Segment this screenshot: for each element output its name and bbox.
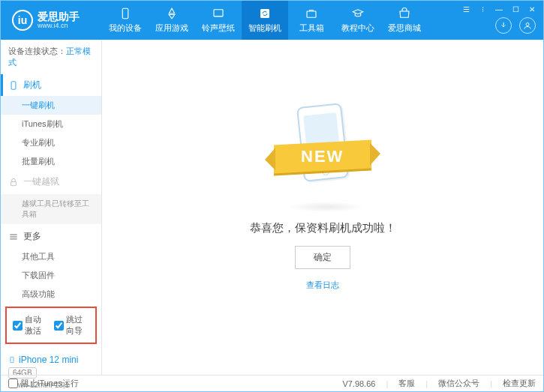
titlebar: iu 爱思助手 www.i4.cn 我的设备 应用游戏 铃声壁纸 智能刷机 工具… <box>1 1 543 40</box>
update-link[interactable]: 检查更新 <box>503 378 536 389</box>
new-badge: NEW <box>301 147 344 166</box>
main-content: NEW 恭喜您，保资料刷机成功啦！ 确定 查看日志 <box>102 40 543 375</box>
statusbar: 阻止iTunes运行 V7.98.66 | 客服 | 微信公众号 | 检查更新 <box>1 375 543 391</box>
success-message: 恭喜您，保资料刷机成功啦！ <box>250 221 396 235</box>
sidebar-section-jailbreak: 一键越狱 <box>1 171 101 193</box>
sidebar-item-download-firmware[interactable]: 下载固件 <box>1 266 101 285</box>
nav-apps-games[interactable]: 应用游戏 <box>149 1 195 40</box>
phone-icon <box>119 7 132 20</box>
sidebar-item-itunes-flash[interactable]: iTunes刷机 <box>1 115 101 133</box>
sidebar-item-batch-flash[interactable]: 批量刷机 <box>1 152 101 171</box>
sidebar: 设备连接状态：正常模式 刷机 一键刷机 iTunes刷机 专业刷机 批量刷机 一… <box>1 40 102 375</box>
version-label: V7.98.66 <box>342 379 375 388</box>
svg-rect-1 <box>214 10 223 16</box>
sidebar-section-more[interactable]: 更多 <box>1 226 101 247</box>
app-title: 爱思助手 <box>38 11 80 22</box>
nav-store[interactable]: 爱思商城 <box>381 1 428 40</box>
window-controls: ☰ ⁝ — ☐ ✕ <box>461 5 537 13</box>
apps-icon <box>165 7 179 20</box>
app-subtitle: www.i4.cn <box>38 22 80 30</box>
nav-tutorials[interactable]: 教程中心 <box>335 1 381 40</box>
view-log-link[interactable]: 查看日志 <box>306 280 339 291</box>
connection-status: 设备连接状态：正常模式 <box>1 40 101 74</box>
checkbox-auto-activate[interactable]: 自动激活 <box>13 314 48 337</box>
svg-rect-7 <box>11 357 14 363</box>
sidebar-item-oneclick-flash[interactable]: 一键刷机 <box>1 96 101 115</box>
toolbox-icon <box>305 7 318 20</box>
sidebar-item-advanced[interactable]: 高级功能 <box>1 285 101 304</box>
lock-icon[interactable]: ⁝ <box>477 5 488 13</box>
nav-smart-flash[interactable]: 智能刷机 <box>242 1 288 40</box>
sidebar-item-pro-flash[interactable]: 专业刷机 <box>1 133 101 152</box>
sidebar-item-other-tools[interactable]: 其他工具 <box>1 247 101 266</box>
svg-rect-2 <box>260 9 269 18</box>
logo-area: iu 爱思助手 www.i4.cn <box>1 10 102 31</box>
app-logo-icon: iu <box>12 10 33 31</box>
svg-rect-6 <box>11 181 17 185</box>
graduation-icon <box>351 7 365 20</box>
close-button[interactable]: ✕ <box>527 5 537 13</box>
download-button[interactable] <box>495 17 512 34</box>
checkbox-skip-guide[interactable]: 跳过向导 <box>54 314 89 337</box>
nav-my-device[interactable]: 我的设备 <box>102 1 149 40</box>
service-link[interactable]: 客服 <box>398 378 415 389</box>
minimize-button[interactable]: — <box>494 5 504 13</box>
user-button[interactable] <box>519 17 536 34</box>
sidebar-section-flash[interactable]: 刷机 <box>1 74 101 96</box>
nav-toolbox[interactable]: 工具箱 <box>288 1 335 40</box>
wallpaper-icon <box>212 7 225 20</box>
store-icon <box>398 7 411 20</box>
success-illustration: NEW <box>266 101 379 199</box>
svg-rect-3 <box>307 11 316 17</box>
device-name: iPhone 12 mini <box>19 355 78 365</box>
menu-icon[interactable]: ☰ <box>461 5 471 13</box>
highlighted-options: 自动激活 跳过向导 <box>5 307 97 344</box>
checkbox-block-itunes[interactable]: 阻止iTunes运行 <box>8 378 79 389</box>
jailbreak-note: 越狱工具已转移至工具箱 <box>1 194 101 224</box>
svg-rect-0 <box>122 8 128 19</box>
nav-ringtones[interactable]: 铃声壁纸 <box>195 1 242 40</box>
svg-point-4 <box>526 23 529 26</box>
ok-button[interactable]: 确定 <box>295 246 350 269</box>
wechat-link[interactable]: 微信公众号 <box>438 378 479 389</box>
maximize-button[interactable]: ☐ <box>510 5 521 13</box>
refresh-icon <box>258 7 272 20</box>
svg-rect-5 <box>11 81 16 89</box>
